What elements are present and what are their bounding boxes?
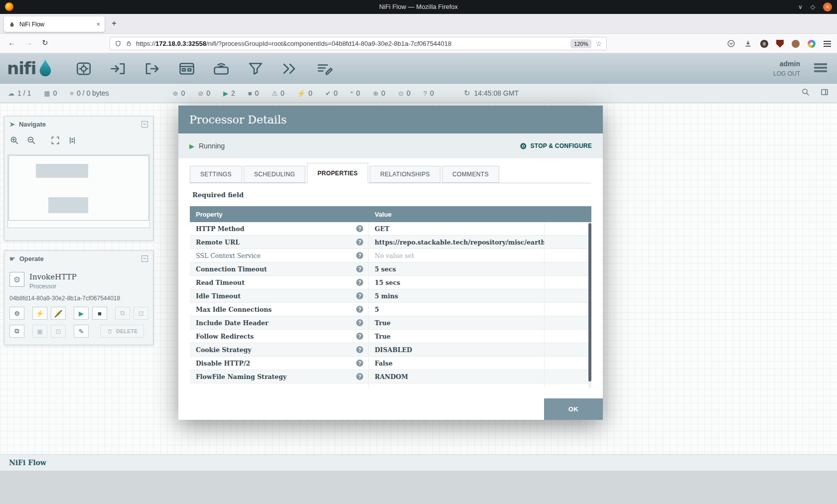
zoom-out-icon[interactable] <box>26 135 36 147</box>
profile-avatar-icon[interactable] <box>792 40 800 48</box>
reload-icon[interactable]: ↻ <box>42 38 48 47</box>
help-icon[interactable]: ? <box>356 319 363 326</box>
start-play-icon[interactable]: ▶ <box>74 307 89 320</box>
back-icon[interactable]: ← <box>8 38 15 47</box>
extension-ublock-icon[interactable] <box>776 40 784 48</box>
help-icon[interactable]: ? <box>356 360 363 367</box>
component-toolbar <box>73 57 335 80</box>
collapse-navigate-icon[interactable]: − <box>141 121 148 127</box>
help-icon[interactable]: ? <box>356 373 363 380</box>
tab-settings[interactable]: SETTINGS <box>190 166 242 183</box>
help-icon[interactable]: ? <box>356 265 363 272</box>
property-cell: Read Timeout? <box>190 276 369 289</box>
pocket-icon[interactable] <box>726 39 735 48</box>
help-icon[interactable]: ? <box>356 333 363 340</box>
paste-icon[interactable]: ▣ <box>32 325 47 338</box>
panel-toggle-icon[interactable] <box>820 88 829 99</box>
birdseye-minimap[interactable] <box>7 154 150 228</box>
configure-gear-icon[interactable]: ⚙ <box>9 307 24 320</box>
help-icon[interactable]: ? <box>356 346 363 353</box>
search-icon[interactable] <box>801 88 810 99</box>
bookmark-star-icon[interactable]: ☆ <box>595 40 602 48</box>
property-name: Remote URL <box>196 239 356 246</box>
template-tool-icon[interactable] <box>279 58 301 80</box>
enable-lightning-icon[interactable]: ⚡ <box>32 307 47 320</box>
stop-and-configure-button[interactable]: ⚙ STOP & CONFIGURE <box>520 141 592 151</box>
processor-tool-icon[interactable] <box>73 58 95 80</box>
help-icon[interactable]: ? <box>356 292 363 299</box>
actual-size-icon[interactable] <box>67 135 77 147</box>
help-icon[interactable]: ? <box>356 306 363 313</box>
status-locally-modified-count: 0 <box>356 89 360 97</box>
property-value[interactable]: 5 <box>369 303 545 316</box>
output-port-tool-icon[interactable] <box>141 58 163 80</box>
dialog-status-row: ▶ Running ⚙ STOP & CONFIGURE <box>178 133 603 158</box>
property-cell: SSL Context Service? <box>190 249 369 262</box>
copy-icon[interactable]: ⧉ <box>9 325 24 338</box>
tab-close-icon[interactable]: × <box>96 20 100 28</box>
input-port-tool-icon[interactable] <box>107 58 129 80</box>
extension-containers-icon[interactable] <box>808 40 816 48</box>
downloads-icon[interactable] <box>743 39 752 48</box>
property-value[interactable]: No value set <box>369 249 545 262</box>
zoom-badge[interactable]: 120% <box>570 39 591 48</box>
property-value[interactable]: GET <box>369 222 545 235</box>
property-value[interactable]: 15 secs <box>369 276 545 289</box>
property-value[interactable]: DISABLED <box>369 343 545 356</box>
help-icon[interactable]: ? <box>356 239 363 246</box>
help-icon[interactable]: ? <box>356 225 363 232</box>
property-value[interactable]: RANDOM <box>369 370 545 383</box>
property-value[interactable]: True <box>369 316 545 329</box>
fill-color-brush-icon[interactable]: ✎ <box>74 325 89 338</box>
global-menu-icon[interactable] <box>814 63 827 72</box>
funnel-tool-icon[interactable] <box>245 58 267 80</box>
property-value[interactable]: False <box>369 357 545 370</box>
property-row: Max Idle Connections?5 <box>190 303 591 316</box>
maximize-icon[interactable]: ◇ <box>811 4 815 10</box>
remote-process-group-tool-icon[interactable] <box>210 58 232 80</box>
property-value[interactable]: 5 secs <box>369 262 545 275</box>
not-transmitting-icon: ⊘ <box>198 90 203 97</box>
zoom-in-icon[interactable] <box>9 135 19 147</box>
snippet-icon[interactable]: ⊡ <box>51 325 66 338</box>
property-value[interactable]: https://repo.stackable.tech/repository/m… <box>369 236 545 249</box>
delete-button[interactable]: DELETE <box>100 325 144 338</box>
label-tool-icon[interactable] <box>313 58 335 80</box>
breadcrumb-root[interactable]: NiFi Flow <box>9 459 46 467</box>
help-icon[interactable]: ? <box>356 279 363 286</box>
tracking-shield-icon[interactable] <box>115 40 122 47</box>
refresh-icon[interactable]: ↻ <box>464 89 470 98</box>
minimize-icon[interactable]: ∨ <box>798 4 803 10</box>
property-value[interactable]: True <box>369 330 545 343</box>
group-icon[interactable]: ⧉ <box>115 307 130 320</box>
create-template-icon[interactable]: ⊡ <box>134 307 148 320</box>
trash-icon <box>107 328 113 335</box>
tab-scheduling[interactable]: SCHEDULING <box>244 166 305 183</box>
property-extra-cell <box>545 289 591 302</box>
browser-menu-icon[interactable] <box>824 41 831 46</box>
property-cell: Disable HTTP/2? <box>190 357 369 370</box>
table-scrollbar-thumb[interactable] <box>588 223 591 381</box>
zoom-fit-icon[interactable] <box>50 135 60 147</box>
desktop-background <box>0 471 837 504</box>
stop-square-icon[interactable]: ■ <box>92 307 107 320</box>
lock-icon[interactable] <box>126 40 132 47</box>
logout-link[interactable]: LOG OUT <box>773 70 800 77</box>
process-group-tool-icon[interactable] <box>176 58 198 80</box>
table-scrollbar[interactable] <box>588 222 591 388</box>
disable-lightning-slash-icon[interactable]: ⚡ <box>51 307 66 320</box>
close-icon[interactable]: × <box>823 2 832 11</box>
tab-properties[interactable]: PROPERTIES <box>307 163 368 183</box>
property-value[interactable]: 5 mins <box>369 289 545 302</box>
browser-tab[interactable]: NiFi Flow × <box>4 16 105 32</box>
extension-privacy-badger-icon[interactable] <box>760 40 768 48</box>
tab-comments[interactable]: COMMENTS <box>442 166 499 183</box>
forward-icon[interactable]: → <box>25 38 32 47</box>
help-icon[interactable]: ? <box>356 252 363 259</box>
collapse-operate-icon[interactable]: − <box>141 255 148 262</box>
ok-button[interactable]: OK <box>544 398 603 420</box>
new-tab-icon[interactable]: + <box>112 18 117 28</box>
url-input[interactable]: https://172.18.0.3:32558/nifi/?processGr… <box>110 37 607 50</box>
tab-relationships[interactable]: RELATIONSHIPS <box>370 166 440 183</box>
status-sync-failure: ?0 <box>423 89 434 97</box>
